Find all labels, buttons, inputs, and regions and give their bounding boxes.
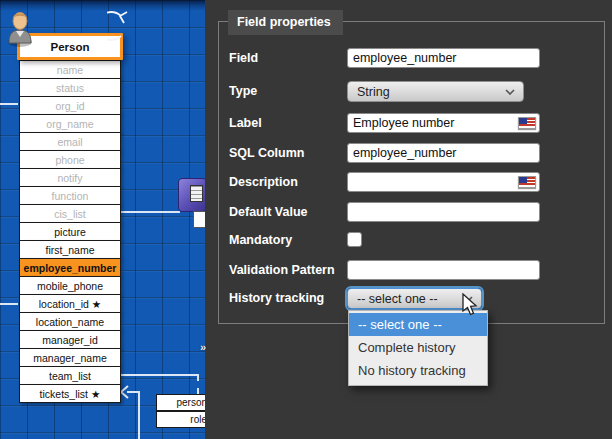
entity-field-notify[interactable]: notify	[19, 168, 121, 187]
sql-column-label: SQL Column	[229, 146, 341, 160]
sub-entity-field-person[interactable]: person	[156, 394, 205, 411]
entity-field-email[interactable]: email	[19, 132, 121, 151]
entity-field-org-name[interactable]: org_name	[19, 114, 121, 133]
entity-field-manager-id[interactable]: manager_id	[19, 330, 121, 349]
history-tracking-dropdown: -- select one -- Complete history No his…	[348, 310, 488, 386]
entity-field-cis-list[interactable]: cis_list	[19, 204, 121, 223]
description-input[interactable]	[347, 172, 540, 192]
connector-line	[121, 374, 199, 376]
label-input[interactable]	[347, 113, 540, 133]
entity-field-name[interactable]: name	[19, 60, 121, 79]
entity-field-team-list[interactable]: team_list	[19, 366, 121, 385]
type-select[interactable]: String	[347, 81, 524, 102]
panel-title: Field properties	[228, 10, 343, 35]
entity-title: Person	[51, 41, 90, 53]
diagram-canvas[interactable]: Person name status org_id org_name email…	[0, 0, 205, 439]
entity-field-picture[interactable]: picture	[19, 222, 121, 241]
validation-pattern-input[interactable]	[347, 260, 540, 280]
type-label: Type	[229, 84, 341, 98]
entity-field-phone[interactable]: phone	[19, 150, 121, 169]
entity-field-org-id[interactable]: org_id	[19, 96, 121, 115]
validation-pattern-label: Validation Pattern	[229, 263, 341, 277]
us-flag-icon[interactable]	[518, 176, 536, 188]
label-label: Label	[229, 116, 341, 130]
document-icon	[193, 211, 205, 228]
mandatory-checkbox[interactable]	[347, 232, 362, 247]
mouse-cursor	[461, 293, 479, 317]
sub-entity-field-role[interactable]: role	[156, 411, 205, 428]
us-flag-icon[interactable]	[518, 117, 536, 129]
entity-field-status[interactable]: status	[19, 78, 121, 97]
connector-line	[121, 211, 180, 213]
entity-field-employee-number[interactable]: employee_number	[19, 258, 121, 277]
person-icon	[5, 9, 35, 47]
entity-field-location-id[interactable]: location_id ★	[19, 294, 121, 313]
dropdown-option-complete-history[interactable]: Complete history	[349, 336, 487, 359]
connector-line-dashed	[197, 375, 199, 394]
entity-field-function[interactable]: function	[19, 186, 121, 205]
entity-field-manager-name[interactable]: manager_name	[19, 348, 121, 367]
field-label: Field	[229, 51, 341, 65]
description-input-wrap	[347, 172, 540, 192]
history-tracking-label: History tracking	[229, 291, 341, 305]
panel-splitter-handle[interactable]: »	[200, 342, 206, 353]
connector-line	[0, 103, 18, 105]
field-properties-panel: Field properties Field Type String Label…	[205, 0, 612, 439]
label-input-wrap	[347, 113, 540, 133]
chevron-down-icon	[505, 89, 515, 95]
application-window: Person name status org_id org_name email…	[0, 0, 612, 439]
computer-screen	[190, 185, 203, 202]
entity-field-tickets-list[interactable]: tickets_list ★	[19, 384, 121, 403]
default-value-label: Default Value	[229, 205, 341, 219]
default-value-input[interactable]	[347, 202, 540, 222]
history-tracking-select-value: -- select one --	[357, 292, 438, 306]
connector-line	[0, 303, 18, 305]
self-reference-loop-icon	[107, 4, 151, 48]
entity-field-location-name[interactable]: location_name	[19, 312, 121, 331]
dropdown-option-no-history-tracking[interactable]: No history tracking	[349, 359, 487, 382]
description-label: Description	[229, 175, 341, 189]
entity-field-mobile-phone[interactable]: mobile_phone	[19, 276, 121, 295]
sql-column-input[interactable]	[347, 143, 540, 163]
field-input[interactable]	[347, 48, 540, 68]
connector-line	[138, 392, 140, 439]
mandatory-label: Mandatory	[229, 233, 341, 247]
computer-icon	[178, 178, 205, 212]
entity-field-first-name[interactable]: first_name	[19, 240, 121, 259]
type-select-value: String	[357, 85, 390, 99]
